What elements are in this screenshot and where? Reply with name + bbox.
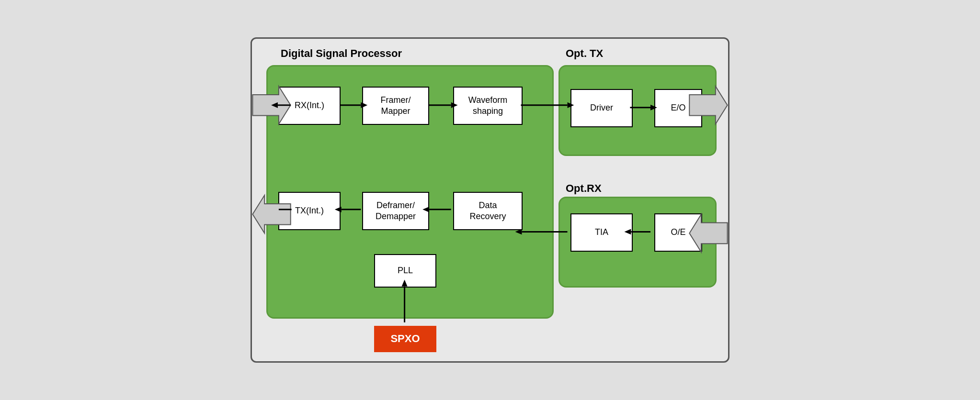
deframer-demapper-block: Deframer/Demapper [362, 192, 429, 230]
oe-block: O/E [654, 213, 702, 252]
tx-int-block: TX(Int.) [278, 192, 341, 230]
diagram-container: Digital Signal Processor Opt. TX Opt.RX … [251, 37, 729, 363]
waveform-shaping-block: Waveformshaping [453, 87, 523, 125]
driver-block: Driver [570, 89, 633, 127]
spxo-block: SPXO [374, 326, 436, 352]
opt-tx-label: Opt. TX [566, 47, 603, 60]
tia-block: TIA [570, 213, 633, 252]
opt-rx-label: Opt.RX [566, 182, 602, 195]
rx-int-block: RX(Int.) [278, 87, 341, 125]
data-recovery-block: DataRecovery [453, 192, 523, 230]
eo-block: E/O [654, 89, 702, 127]
pll-block: PLL [374, 254, 436, 288]
framer-mapper-block: Framer/Mapper [362, 87, 429, 125]
dsp-label: Digital Signal Processor [281, 47, 402, 60]
